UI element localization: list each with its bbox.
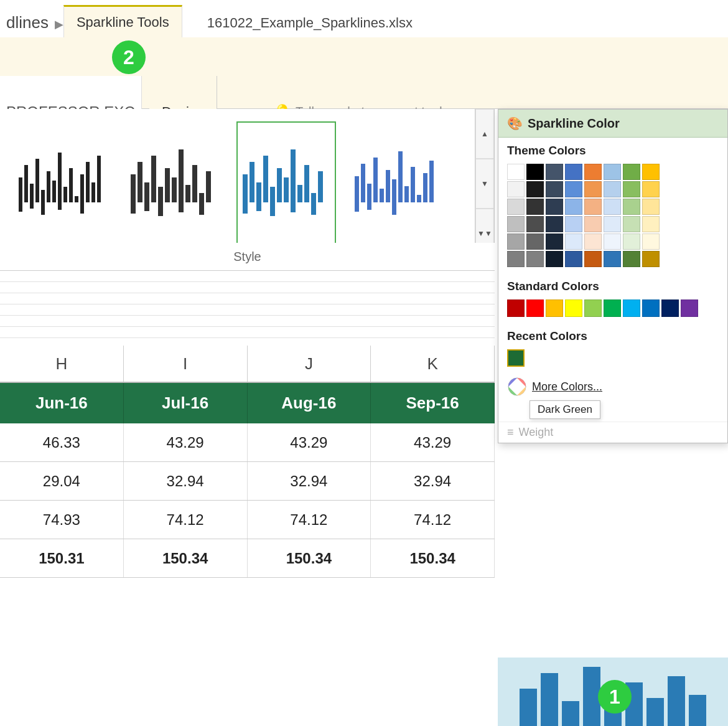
theme-swatch-b1[interactable]: [526, 164, 544, 180]
sparkline-style-3[interactable]: [236, 121, 336, 246]
svg-rect-35: [179, 202, 184, 212]
sparkline-style-2[interactable]: [124, 121, 224, 246]
scroll-up-btn[interactable]: ▲: [475, 109, 494, 159]
theme-swatch-w2[interactable]: [507, 181, 525, 197]
recent-swatch-1[interactable]: [507, 349, 526, 368]
std-swatch-8[interactable]: [642, 299, 660, 317]
theme-swatch-or2[interactable]: [584, 181, 602, 197]
svg-rect-30: [199, 193, 204, 202]
std-swatch-7[interactable]: [623, 299, 640, 317]
sparklines-area: [0, 109, 495, 258]
theme-swatch-yl3[interactable]: [642, 199, 660, 215]
svg-rect-53: [311, 202, 316, 215]
svg-rect-34: [158, 202, 163, 216]
scroll-down-btn[interactable]: ▼: [475, 159, 494, 209]
theme-swatch-gr4[interactable]: [623, 216, 640, 232]
svg-rect-15: [19, 202, 22, 212]
theme-swatch-db5[interactable]: [546, 233, 563, 250]
theme-swatch-lb6[interactable]: [604, 251, 621, 267]
theme-swatch-gr2[interactable]: [623, 181, 640, 197]
bar-8: [668, 676, 685, 726]
theme-col-7: [623, 164, 640, 267]
std-swatch-6[interactable]: [604, 299, 621, 317]
svg-rect-1: [24, 165, 28, 202]
dlines-tab[interactable]: dlines: [0, 13, 55, 37]
sparkline-color-label: Sparkline Color: [528, 116, 620, 131]
weight-label[interactable]: Weight: [519, 426, 554, 439]
std-swatch-1[interactable]: [507, 299, 525, 317]
theme-swatch-db2[interactable]: [546, 181, 563, 197]
theme-swatch-w3[interactable]: [507, 199, 525, 215]
svg-rect-58: [380, 189, 384, 202]
theme-swatch-lb5[interactable]: [604, 233, 621, 250]
theme-swatch-w6[interactable]: [507, 251, 525, 267]
theme-swatch-w5[interactable]: [507, 233, 525, 250]
std-swatch-5[interactable]: [584, 299, 602, 317]
theme-swatch-yl4[interactable]: [642, 216, 660, 232]
theme-swatch-b2[interactable]: [526, 181, 544, 197]
svg-rect-69: [392, 202, 396, 215]
theme-swatch-gr6[interactable]: [623, 251, 640, 267]
table-header-jul: Jul-16: [124, 383, 248, 423]
theme-swatch-lb4[interactable]: [604, 216, 621, 232]
theme-swatch-or5[interactable]: [584, 233, 602, 250]
svg-rect-66: [429, 161, 434, 202]
table-header-row: Jun-16 Jul-16 Aug-16 Sep-16: [0, 383, 495, 423]
theme-swatch-yl2[interactable]: [642, 181, 660, 197]
svg-rect-32: [131, 202, 136, 214]
theme-swatch-db1[interactable]: [546, 164, 563, 180]
svg-rect-59: [386, 170, 390, 202]
svg-rect-20: [131, 174, 136, 202]
theme-swatch-lb1[interactable]: [604, 164, 621, 180]
std-swatch-2[interactable]: [526, 299, 544, 317]
theme-swatch-b6[interactable]: [526, 251, 544, 267]
theme-swatch-b4[interactable]: [526, 216, 544, 232]
theme-swatch-db3[interactable]: [546, 199, 563, 215]
theme-swatch-or3[interactable]: [584, 199, 602, 215]
data-row-1: 46.33 43.29 43.29 43.29: [0, 423, 495, 462]
theme-col-6: [604, 164, 621, 267]
theme-swatch-yl5[interactable]: [642, 233, 660, 250]
more-colors-row[interactable]: More Colors...: [498, 374, 727, 399]
sparkline-tools-tab[interactable]: Sparkline Tools: [63, 5, 182, 37]
theme-swatch-or4[interactable]: [584, 216, 602, 232]
theme-swatch-gr1[interactable]: [623, 164, 640, 180]
theme-swatch-gr3[interactable]: [623, 199, 640, 215]
theme-swatch-bl1[interactable]: [565, 164, 582, 180]
theme-swatch-db6[interactable]: [546, 251, 563, 267]
theme-swatch-b3[interactable]: [526, 199, 544, 215]
theme-swatch-gr5[interactable]: [623, 233, 640, 250]
theme-col-2: [526, 164, 544, 267]
more-colors-label[interactable]: More Colors...: [532, 380, 602, 394]
theme-swatch-lb3[interactable]: [604, 199, 621, 215]
theme-swatch-yl6[interactable]: [642, 251, 660, 267]
std-swatch-3[interactable]: [546, 299, 563, 317]
theme-swatch-bl2[interactable]: [565, 181, 582, 197]
theme-swatch-w1[interactable]: [507, 164, 525, 180]
bar-2: [541, 673, 558, 726]
std-swatch-9[interactable]: [661, 299, 679, 317]
theme-swatch-lb2[interactable]: [604, 181, 621, 197]
ribbon: PROFESSOR EXC Design 💡 Tell me what you …: [0, 37, 728, 109]
theme-swatch-bl5[interactable]: [565, 233, 582, 250]
sparkline-style-1[interactable]: [12, 121, 112, 246]
theme-swatch-or1[interactable]: [584, 164, 602, 180]
theme-swatch-yl1[interactable]: [642, 164, 660, 180]
sparkline-style-4[interactable]: [348, 121, 448, 246]
cell-4-2: 150.34: [124, 539, 248, 577]
theme-swatch-db4[interactable]: [546, 216, 563, 232]
svg-rect-33: [144, 202, 149, 211]
theme-swatch-b5[interactable]: [526, 233, 544, 250]
badge-1: 1: [598, 680, 632, 714]
theme-swatch-bl6[interactable]: [565, 251, 582, 267]
cell-1-1: 46.33: [0, 423, 124, 461]
theme-swatch-bl3[interactable]: [565, 199, 582, 215]
std-swatch-10[interactable]: [681, 299, 698, 317]
theme-swatch-bl4[interactable]: [565, 216, 582, 232]
svg-rect-26: [172, 177, 177, 202]
scroll-buttons[interactable]: ▲ ▼ ▼▼: [475, 109, 495, 258]
theme-swatch-w4[interactable]: [507, 216, 525, 232]
theme-swatch-or6[interactable]: [584, 251, 602, 267]
svg-rect-50: [256, 202, 261, 211]
std-swatch-4[interactable]: [565, 299, 582, 317]
